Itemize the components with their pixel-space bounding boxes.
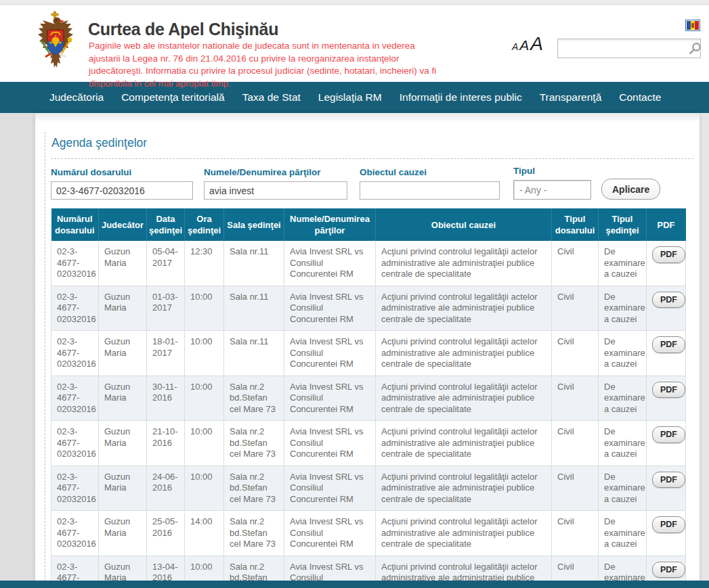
column-header-case-type: Tipul dosarului	[552, 208, 599, 241]
cell-date: 18-01-2017	[147, 331, 185, 376]
apply-button[interactable]: Aplicare	[601, 179, 660, 200]
cell-date: 05-04-2017	[147, 241, 185, 286]
cell-time: 10:00	[185, 331, 224, 376]
cell-parties: Avia Invest SRL vs Consiliul Concurentei…	[284, 331, 376, 376]
search-input[interactable]	[558, 39, 689, 58]
case-number-input[interactable]	[51, 181, 193, 200]
filter-bar: Numărul dosarului Numele/Denumirea părţi…	[51, 165, 693, 200]
cell-room: Sala nr.2 bd.Stefan cel Mare 73	[224, 511, 284, 556]
cell-judge: Guzun Maria	[99, 331, 147, 376]
nav-item-judecatoria[interactable]: Judecătoria	[41, 91, 112, 104]
cell-time: 10:00	[185, 466, 224, 511]
cell-date: 01-03-2017	[147, 286, 185, 331]
search-box	[557, 39, 701, 58]
cell-time: 10:00	[185, 286, 224, 331]
cell-room: Sala nr.11	[224, 241, 284, 286]
cell-date: 30-11-2016	[147, 376, 185, 421]
cell-case-number: 02-3-4677-02032016	[51, 511, 99, 556]
pdf-button[interactable]: PDF	[652, 382, 685, 399]
pdf-button[interactable]: PDF	[652, 292, 685, 309]
search-icon[interactable]	[689, 42, 702, 55]
cell-room: Sala nr.2 bd.Stefan cel Mare 73	[224, 376, 284, 421]
cell-session-type: De examinare a cauzei	[599, 421, 647, 466]
cell-pdf: PDF	[647, 466, 686, 511]
footer-bar	[0, 581, 709, 588]
cell-session-type: De examinare a cauzei	[599, 466, 647, 511]
nav-item-contacte[interactable]: Contacte	[610, 91, 670, 104]
cell-room: Sala nr.2 bd.Stefan cel Mare 73	[224, 466, 284, 511]
cell-case-number: 02-3-4677-02032016	[51, 286, 99, 331]
party-name-label: Numele/Denumirea părţilor	[204, 167, 347, 177]
font-size-1-button[interactable]: A	[512, 41, 518, 52]
cell-parties: Avia Invest SRL vs Consiliul Concurentei…	[284, 241, 376, 286]
cell-time: 12:30	[185, 241, 224, 286]
cell-pdf: PDF	[647, 331, 686, 376]
cell-date: 25-05-2016	[147, 511, 185, 556]
column-header-case-number: Numărul dosarului	[51, 208, 99, 241]
column-header-judge: Judecător	[99, 208, 147, 241]
pdf-button[interactable]: PDF	[652, 246, 685, 263]
font-size-2-button[interactable]: A	[519, 37, 529, 53]
language-flag-button[interactable]	[685, 20, 700, 31]
pdf-button[interactable]: PDF	[652, 516, 685, 533]
cell-case-number: 02-3-4677-02032016	[51, 331, 99, 376]
cell-case-number: 02-3-4677-02032016	[51, 466, 99, 511]
page-background: Agenda şedinţelor Numărul dosarului Nume…	[0, 113, 709, 581]
cell-session-type: De examinare a cauzei	[599, 376, 647, 421]
cell-case-object: Acţiuni privind controlul legalităţii ac…	[376, 421, 552, 466]
coat-of-arms-icon	[36, 11, 75, 74]
maintenance-notice: Paginile web ale instantelor nationale d…	[89, 40, 438, 90]
cell-time: 10:00	[185, 421, 224, 466]
cell-parties: Avia Invest SRL vs Consiliul Concurentei…	[284, 466, 376, 511]
cell-case-object: Acţiuni privind controlul legalităţii ac…	[376, 376, 552, 421]
cell-case-type: Civil	[552, 511, 599, 556]
cell-pdf: PDF	[647, 511, 686, 556]
pdf-button[interactable]: PDF	[652, 426, 685, 443]
case-number-field: Numărul dosarului	[51, 167, 193, 200]
party-name-input[interactable]	[204, 181, 347, 200]
nav-item-transparenta[interactable]: Transparenţă	[531, 91, 611, 104]
nav-item-competenta-teritoriala[interactable]: Competenţa teritorială	[112, 91, 234, 104]
nav-item-legislatia-rm[interactable]: Legislaţia RM	[309, 91, 391, 104]
cell-case-type: Civil	[552, 241, 599, 286]
pdf-button[interactable]: PDF	[652, 562, 685, 579]
column-header-parties: Numele/Denumirea părţilor	[284, 208, 376, 241]
table-row: 02-3-4677-02032016Guzun Maria24-06-20161…	[51, 466, 686, 511]
nav-item-informatii-de-interes-public[interactable]: Informaţii de interes public	[391, 91, 531, 104]
case-object-input[interactable]	[360, 181, 500, 200]
pdf-button[interactable]: PDF	[652, 336, 685, 353]
column-header-case-object: Obiectul cauzei	[376, 208, 552, 241]
cell-judge: Guzun Maria	[99, 286, 147, 331]
page-title: Agenda şedinţelor	[51, 132, 693, 158]
cell-pdf: PDF	[647, 241, 686, 286]
cell-case-type: Civil	[552, 331, 599, 376]
table-row: 02-3-4677-02032016Guzun Maria01-03-20171…	[51, 286, 686, 331]
cell-judge: Guzun Maria	[99, 376, 147, 421]
table-row: 02-3-4677-02032016Guzun Maria18-01-20171…	[51, 331, 686, 376]
cell-case-type: Civil	[552, 421, 599, 466]
moldova-coat-of-arms-logo	[36, 11, 75, 77]
moldova-flag-icon	[687, 21, 699, 30]
cell-judge: Guzun Maria	[99, 421, 147, 466]
cell-pdf: PDF	[647, 421, 686, 466]
type-field: Tipul - Any -	[513, 166, 591, 200]
column-header-room: Sala şedinţei	[224, 208, 284, 241]
cell-case-object: Acţiuni privind controlul legalităţii ac…	[376, 511, 552, 556]
cell-date: 21-10-2016	[147, 421, 185, 466]
site-title: Curtea de Apel Chişinău	[88, 20, 278, 39]
cell-session-type: De examinare a cauzei	[599, 331, 647, 376]
cell-parties: Avia Invest SRL vs Consiliul Concurentei…	[284, 376, 376, 421]
top-strip	[0, 0, 709, 5]
case-number-label: Numărul dosarului	[51, 167, 193, 177]
nav-item-taxa-de-stat[interactable]: Taxa de Stat	[234, 91, 309, 104]
cell-parties: Avia Invest SRL vs Consiliul Concurentei…	[284, 511, 376, 556]
cell-room: Sala nr.11	[224, 286, 284, 331]
hearings-table: Numărul dosaruluiJudecătorData şedinţeiO…	[51, 208, 686, 588]
type-select[interactable]: - Any -	[513, 180, 591, 200]
cell-session-type: De examinare a cauzei	[599, 511, 647, 556]
cell-time: 10:00	[185, 376, 224, 421]
agenda-section: Agenda şedinţelor Numărul dosarului Nume…	[45, 132, 693, 588]
pdf-button[interactable]: PDF	[652, 472, 685, 489]
cell-judge: Guzun Maria	[99, 241, 147, 286]
font-size-3-button[interactable]: A	[530, 33, 543, 55]
